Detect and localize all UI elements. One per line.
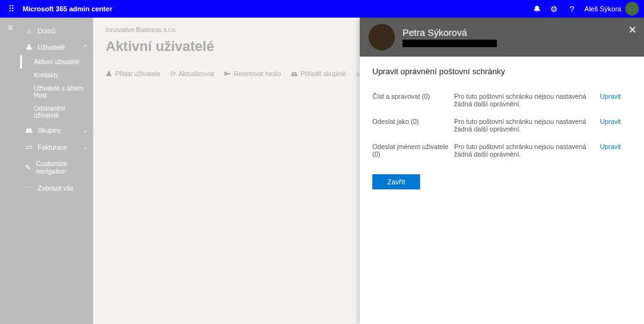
refresh-icon: ⟳ bbox=[170, 70, 176, 77]
permission-label: Odeslat jako (0) bbox=[372, 118, 454, 133]
close-icon[interactable]: ✕ bbox=[628, 24, 636, 36]
settings-icon[interactable]: ⚙ bbox=[545, 4, 563, 14]
home-icon: ⌂ bbox=[24, 27, 34, 35]
sidebar-item-groups[interactable]: 👥︎ Skupiny ⌄ bbox=[20, 122, 93, 138]
permission-desc: Pro tuto poštovní schránku nejsou nastav… bbox=[454, 92, 600, 108]
permission-desc: Pro tuto poštovní schránku nejsou nastav… bbox=[454, 143, 600, 158]
users-icon: 👤︎ bbox=[24, 43, 34, 51]
chevron-down-icon: ⌄ bbox=[83, 144, 88, 150]
redacted-email bbox=[402, 40, 497, 47]
add-user-button[interactable]: 👤︎Přidat uživatele bbox=[106, 70, 160, 77]
nav-rail: ≡ bbox=[0, 18, 20, 324]
close-button[interactable]: Zavřít bbox=[372, 174, 420, 189]
sidebar-item-customize[interactable]: ✎ Customize navigation bbox=[20, 155, 93, 179]
sidebar-subitem-active-users[interactable]: Aktivní uživatelé bbox=[20, 55, 93, 69]
top-bar: ⠿ Microsoft 365 admin center 🔔︎ ⚙ ? Aleš… bbox=[0, 0, 644, 18]
current-user-name: Aleš Sýkora bbox=[584, 5, 621, 13]
waffle-icon[interactable]: ⠿ bbox=[5, 4, 18, 14]
add-user-icon: 👤︎ bbox=[106, 70, 113, 77]
groups-icon: 👥︎ bbox=[24, 126, 34, 134]
permission-desc: Pro tuto poštovní schránku nejsou nastav… bbox=[454, 118, 600, 133]
edit-link[interactable]: Upravit bbox=[600, 143, 631, 158]
panel-body: Upravit oprávnění poštovní schránky Číst… bbox=[360, 57, 644, 199]
sidebar-item-show-all[interactable]: ⋯ Zobrazit vše bbox=[20, 179, 93, 196]
sidebar-label: Zobrazit vše bbox=[38, 184, 74, 192]
sidebar: ⌂ Domů 👤︎ Uživatelé ⌃ Aktivní uživatelé … bbox=[20, 18, 93, 324]
chevron-down-icon: ⌄ bbox=[83, 127, 88, 133]
sidebar-item-billing[interactable]: ▭ Fakturace ⌄ bbox=[20, 138, 93, 155]
panel-header: Petra Sýkorová ✕ bbox=[360, 18, 644, 57]
panel-section-title: Upravit oprávnění poštovní schránky bbox=[372, 67, 631, 76]
sidebar-label: Domů bbox=[38, 27, 55, 35]
assign-group-button[interactable]: 👥︎Přiřadit skupině bbox=[291, 70, 346, 77]
sidebar-subitem-contacts[interactable]: Kontakty bbox=[20, 69, 93, 82]
billing-icon: ▭ bbox=[24, 143, 34, 151]
permission-row: Odeslat jménem uživatele (0) Pro tuto po… bbox=[372, 138, 631, 163]
hamburger-icon[interactable]: ≡ bbox=[8, 23, 13, 33]
notifications-icon[interactable]: 🔔︎ bbox=[528, 4, 545, 14]
edit-icon: ✎ bbox=[24, 164, 32, 172]
permission-row: Číst a spravovat (0) Pro tuto poštovní s… bbox=[372, 87, 631, 113]
permission-label: Odeslat jménem uživatele (0) bbox=[372, 143, 454, 158]
permission-row: Odeslat jako (0) Pro tuto poštovní schrá… bbox=[372, 113, 631, 138]
edit-link[interactable]: Upravit bbox=[600, 92, 631, 108]
sidebar-label: Skupiny bbox=[38, 126, 61, 134]
details-panel: Petra Sýkorová ✕ Upravit oprávnění pošto… bbox=[360, 18, 644, 324]
sidebar-label: Fakturace bbox=[38, 143, 67, 151]
sidebar-item-users[interactable]: 👤︎ Uživatelé ⌃ bbox=[20, 39, 93, 55]
current-user-avatar[interactable] bbox=[625, 2, 639, 16]
sidebar-subitem-deleted-users[interactable]: Odstranění uživatelé bbox=[20, 102, 93, 122]
panel-user-name: Petra Sýkorová bbox=[402, 27, 497, 38]
sidebar-item-home[interactable]: ⌂ Domů bbox=[20, 23, 93, 39]
sidebar-label: Customize navigation bbox=[36, 160, 88, 175]
permission-label: Číst a spravovat (0) bbox=[372, 92, 454, 108]
refresh-button[interactable]: ⟳Aktualizovat bbox=[170, 70, 214, 77]
help-icon[interactable]: ? bbox=[563, 4, 580, 14]
group-icon: 👥︎ bbox=[291, 70, 298, 77]
app-title: Microsoft 365 admin center bbox=[23, 5, 112, 13]
key-icon: 🔑︎ bbox=[224, 70, 231, 77]
sidebar-subitem-guest-users[interactable]: Uživatelé s účtem Host bbox=[20, 82, 93, 102]
sidebar-label: Uživatelé bbox=[38, 43, 65, 51]
reset-password-button[interactable]: 🔑︎Resetovat heslo bbox=[224, 70, 280, 77]
edit-link[interactable]: Upravit bbox=[600, 118, 631, 133]
chevron-up-icon: ⌃ bbox=[83, 44, 88, 50]
more-icon: ⋯ bbox=[24, 184, 34, 192]
user-avatar bbox=[369, 24, 395, 50]
